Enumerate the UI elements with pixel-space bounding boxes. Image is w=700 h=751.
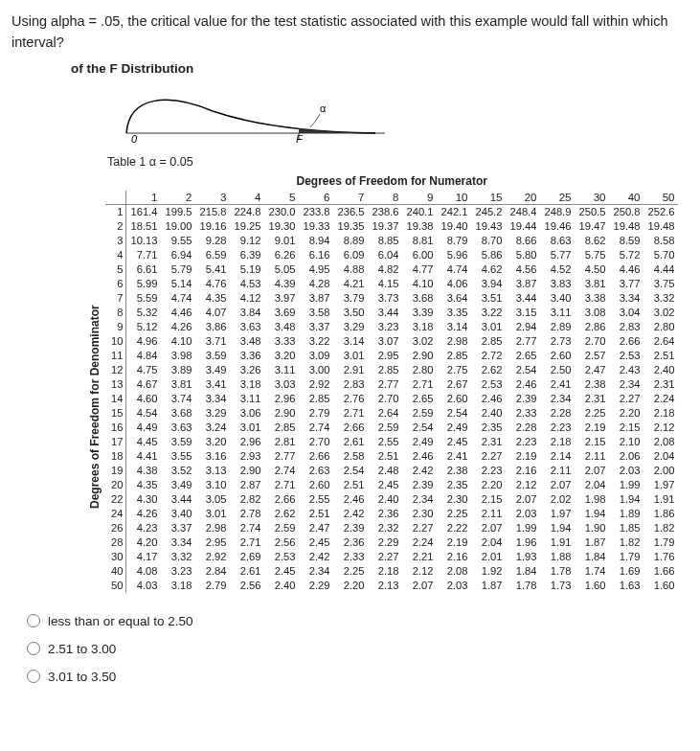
choice-1[interactable]: less than or equal to 2.50 (27, 614, 689, 628)
cell: 8.63 (540, 234, 575, 248)
cell: 1.89 (609, 507, 644, 521)
cell: 2.70 (575, 334, 609, 349)
row-header: 28 (105, 535, 126, 550)
choice-3[interactable]: 3.01 to 3.50 (27, 670, 689, 684)
choice-2[interactable]: 2.51 to 3.00 (27, 642, 689, 656)
cell: 1.88 (540, 550, 575, 564)
cell: 2.34 (402, 492, 437, 507)
row-header: 6 (105, 277, 126, 291)
cell: 3.63 (230, 320, 264, 334)
cell: 2.01 (471, 550, 506, 564)
cell: 2.93 (230, 449, 264, 464)
cell: 3.32 (161, 550, 195, 564)
row-header: 11 (105, 349, 126, 363)
cell: 2.66 (333, 421, 368, 435)
cell: 2.74 (299, 421, 333, 435)
cell: 3.01 (230, 421, 264, 435)
cell: 2.66 (264, 492, 299, 507)
table-row: 124.753.893.493.263.113.002.912.852.802.… (105, 363, 678, 377)
cell: 2.32 (368, 521, 402, 535)
cell: 1.74 (575, 564, 609, 579)
cell: 4.62 (471, 262, 506, 277)
cell: 3.23 (368, 320, 402, 334)
cell: 2.56 (230, 579, 264, 593)
cell: 2.29 (299, 579, 333, 593)
cell: 2.16 (437, 550, 471, 564)
cell: 2.69 (230, 550, 264, 564)
cell: 2.35 (471, 421, 506, 435)
cell: 2.40 (368, 492, 402, 507)
cell: 252.6 (644, 205, 678, 219)
cell: 4.75 (126, 363, 162, 377)
cell: 250.5 (575, 205, 609, 219)
table-row: 184.413.553.162.932.772.662.582.512.462.… (105, 449, 678, 464)
cell: 4.08 (126, 564, 162, 579)
cell: 2.42 (333, 507, 368, 521)
cell: 3.71 (195, 334, 230, 349)
row-header: 14 (105, 392, 126, 406)
cell: 2.86 (575, 320, 609, 334)
cell: 19.48 (644, 219, 678, 234)
question-text: Using alpha = .05, the critical value fo… (11, 11, 689, 54)
cell: 2.73 (540, 334, 575, 349)
cell: 2.60 (437, 392, 471, 406)
col-header: 9 (402, 191, 437, 205)
cell: 4.50 (575, 262, 609, 277)
row-header: 5 (105, 262, 126, 277)
cell: 2.11 (471, 507, 506, 521)
cell: 1.94 (540, 521, 575, 535)
row-header: 4 (105, 248, 126, 262)
cell: 1.99 (609, 478, 644, 492)
cell: 2.45 (437, 435, 471, 449)
cell: 3.97 (264, 291, 299, 306)
radio-icon[interactable] (27, 642, 40, 655)
cell: 3.81 (161, 377, 195, 392)
row-header: 9 (105, 320, 126, 334)
cell: 2.49 (437, 421, 471, 435)
col-header: 5 (264, 191, 299, 205)
cell: 1.84 (575, 550, 609, 564)
cell: 1.98 (575, 492, 609, 507)
table-row: 174.453.593.202.962.812.702.612.552.492.… (105, 435, 678, 449)
cell: 3.20 (264, 349, 299, 363)
cell: 3.18 (161, 579, 195, 593)
cell: 4.41 (126, 449, 162, 464)
cell: 2.58 (333, 449, 368, 464)
cell: 2.10 (609, 435, 644, 449)
row-header: 19 (105, 464, 126, 478)
col-header: 50 (644, 191, 678, 205)
cell: 2.03 (437, 579, 471, 593)
table-caption: Table 1 α = 0.05 (107, 155, 689, 169)
cell: 2.16 (506, 464, 540, 478)
cell: 2.25 (437, 507, 471, 521)
table-row: 194.383.523.132.902.742.632.542.482.422.… (105, 464, 678, 478)
cell: 1.87 (471, 579, 506, 593)
cell: 2.46 (402, 449, 437, 464)
cell: 3.00 (299, 363, 333, 377)
table-row: 1161.4199.5215.8224.8230.0233.8236.5238.… (105, 205, 678, 219)
row-header: 30 (105, 550, 126, 564)
col-header: 8 (368, 191, 402, 205)
cell: 4.95 (299, 262, 333, 277)
radio-icon[interactable] (27, 670, 40, 683)
table-row: 224.303.443.052.822.662.552.462.402.342.… (105, 492, 678, 507)
table-row: 244.263.403.012.782.622.512.422.362.302.… (105, 507, 678, 521)
cell: 3.26 (230, 363, 264, 377)
cell: 3.55 (161, 449, 195, 464)
cell: 3.02 (402, 334, 437, 349)
cell: 2.62 (471, 363, 506, 377)
cell: 2.12 (402, 564, 437, 579)
cell: 2.15 (609, 421, 644, 435)
table-row: 56.615.795.415.195.054.954.884.824.774.7… (105, 262, 678, 277)
radio-icon[interactable] (27, 614, 40, 627)
cell: 233.8 (299, 205, 333, 219)
cell: 3.20 (195, 435, 230, 449)
choice-label: 2.51 to 3.00 (48, 642, 116, 656)
cell: 10.13 (126, 234, 162, 248)
cell: 2.55 (368, 435, 402, 449)
cell: 4.17 (126, 550, 162, 564)
cell: 3.34 (195, 392, 230, 406)
row-header: 7 (105, 291, 126, 306)
table-row: 144.603.743.343.112.962.852.762.702.652.… (105, 392, 678, 406)
cell: 4.46 (161, 306, 195, 320)
